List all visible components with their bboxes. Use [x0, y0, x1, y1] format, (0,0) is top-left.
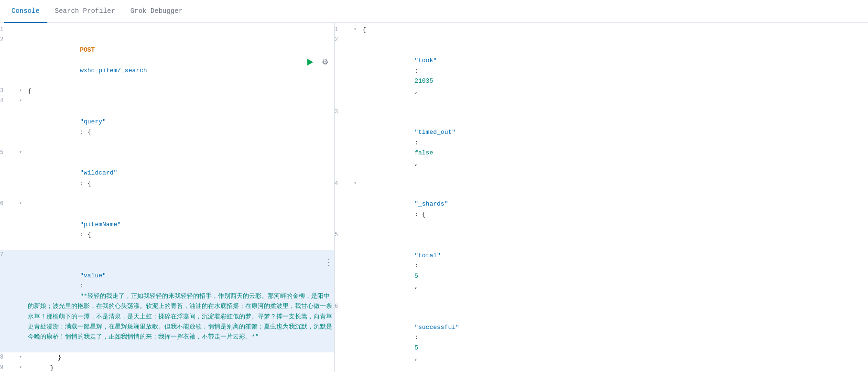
- response-pane: 1 ▾ { 2 "took" : 21035 ,: [335, 23, 868, 372]
- response-line-5: 5 "total" : 5 ,: [335, 230, 868, 302]
- editor-line-5: 5 ▾ "wildcard" : {: [0, 148, 334, 199]
- editor-line-3: 3 ▾ {: [0, 86, 334, 96]
- editor-line-7: 7 "value" : "*轻轻的我走了，正如我轻轻的来我轻轻的招手，作别西天的…: [0, 250, 334, 352]
- run-button[interactable]: [304, 56, 316, 68]
- response-line-6: 6 "successful" : 5 ,: [335, 302, 868, 372]
- response-line-1: 1 ▾ {: [335, 25, 868, 35]
- editor-line-1: 1: [0, 25, 334, 35]
- context-menu-dots[interactable]: ⋮: [325, 257, 333, 267]
- editor-line-2: 2 POST wxhc_pitem/_search: [0, 35, 334, 86]
- response-line-2: 2 "took" : 21035 ,: [335, 35, 868, 107]
- editor-pane: ⚙ 1 2 POST: [0, 23, 335, 372]
- tab-grok-debugger[interactable]: Grok Debugger: [123, 0, 190, 23]
- editor-line-6: 6 ▾ "pitemName" : {: [0, 199, 334, 250]
- editor-line-8: 8 ▾ }: [0, 352, 334, 362]
- editor-line-9: 9 ▾ }: [0, 363, 334, 372]
- tab-console[interactable]: Console: [4, 0, 47, 23]
- editor-toolbar: ⚙: [304, 55, 330, 68]
- main-area: ⚙ 1 2 POST: [0, 23, 868, 372]
- response-code-area: 1 ▾ { 2 "took" : 21035 ,: [335, 23, 868, 372]
- editor-line-4: 4 ▾ "query" : {: [0, 96, 334, 147]
- response-line-4: 4 ▾ "_shards" : {: [335, 179, 868, 230]
- tab-search-profiler[interactable]: Search Profiler: [47, 0, 123, 23]
- response-line-3: 3 "timed_out" : false ,: [335, 107, 868, 179]
- settings-button[interactable]: ⚙: [320, 55, 330, 68]
- tab-bar: Console Search Profiler Grok Debugger: [0, 0, 868, 23]
- editor-code-area[interactable]: 1 2 POST wxhc_pitem/_search: [0, 23, 334, 372]
- app-container: Console Search Profiler Grok Debugger ⚙: [0, 0, 868, 372]
- svg-marker-0: [307, 59, 313, 66]
